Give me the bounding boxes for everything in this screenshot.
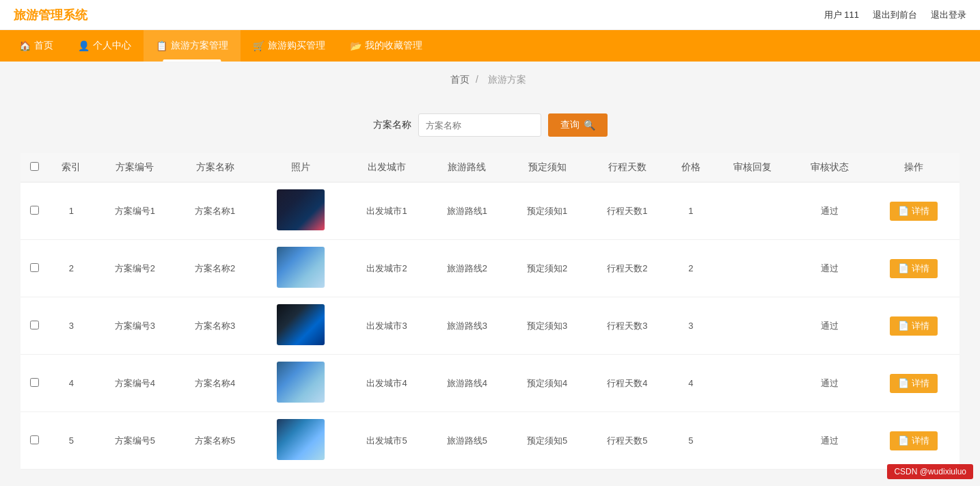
- row-price: 5: [668, 412, 715, 470]
- row-checkbox: [21, 240, 48, 297]
- search-label: 方案名称: [373, 119, 411, 131]
- row-select-checkbox[interactable]: [30, 321, 39, 329]
- row-name: 方案名称4: [175, 355, 255, 412]
- row-route: 旅游路线5: [427, 412, 507, 470]
- row-days: 行程天数4: [587, 355, 667, 412]
- row-action: 📄 详情: [868, 412, 959, 470]
- row-code: 方案编号1: [95, 183, 175, 240]
- detail-icon: 📄: [898, 321, 909, 331]
- nav-label-profile: 个人中心: [93, 40, 131, 52]
- row-checkbox: [21, 183, 48, 240]
- profile-icon: 👤: [78, 40, 90, 51]
- row-days: 行程天数1: [587, 183, 667, 240]
- row-index: 1: [48, 183, 95, 240]
- header-name: 方案名称: [175, 153, 255, 183]
- photo-image: [277, 247, 325, 288]
- breadcrumb-home[interactable]: 首页: [450, 74, 469, 85]
- row-action: 📄 详情: [868, 297, 959, 355]
- detail-button[interactable]: 📄 详情: [890, 316, 938, 336]
- breadcrumb: 首页 / 旅游方案: [0, 62, 980, 93]
- photo-image: [277, 362, 325, 403]
- detail-icon: 📄: [898, 263, 909, 273]
- detail-icon: 📄: [898, 435, 909, 446]
- row-checkbox: [21, 412, 48, 470]
- row-city: 出发城市1: [346, 183, 426, 240]
- row-notice: 预定须知2: [507, 240, 587, 297]
- detail-label: 详情: [912, 377, 929, 390]
- row-days: 行程天数3: [587, 297, 667, 355]
- detail-label: 详情: [912, 435, 929, 447]
- top-bar: 旅游管理系统 用户 111 退出到前台 退出登录: [0, 0, 980, 30]
- row-photo: [255, 297, 346, 355]
- row-photo: [255, 240, 346, 297]
- search-bar: 方案名称 查询 🔍: [21, 113, 959, 137]
- row-action: 📄 详情: [868, 355, 959, 412]
- row-select-checkbox[interactable]: [30, 263, 39, 272]
- table-body: 1 方案编号1 方案名称1 出发城市1 旅游路线1 预定须知1 行程天数1 1 …: [21, 183, 959, 470]
- row-notice: 预定须知1: [507, 183, 587, 240]
- header-code: 方案编号: [95, 153, 175, 183]
- detail-icon: 📄: [898, 378, 909, 388]
- row-select-checkbox[interactable]: [30, 206, 39, 215]
- home-icon: 🏠: [19, 40, 31, 51]
- detail-label: 详情: [912, 205, 929, 217]
- row-action: 📄 详情: [868, 183, 959, 240]
- nav-item-home[interactable]: 🏠 首页: [7, 30, 66, 62]
- row-select-checkbox[interactable]: [30, 378, 39, 387]
- photo-image: [277, 304, 325, 345]
- table-row: 2 方案编号2 方案名称2 出发城市2 旅游路线2 预定须知2 行程天数2 2 …: [21, 240, 959, 297]
- photo-image: [277, 419, 325, 460]
- detail-label: 详情: [912, 320, 929, 332]
- row-index: 4: [48, 355, 95, 412]
- header-index: 索引: [48, 153, 95, 183]
- nav-item-profile[interactable]: 👤 个人中心: [66, 30, 144, 62]
- detail-button[interactable]: 📄 详情: [890, 259, 938, 278]
- row-reply: [714, 240, 791, 297]
- row-name: 方案名称5: [175, 412, 255, 470]
- row-select-checkbox[interactable]: [30, 435, 39, 444]
- row-status: 通过: [791, 240, 867, 297]
- detail-label: 详情: [912, 262, 929, 275]
- row-notice: 预定须知5: [507, 412, 587, 470]
- detail-icon: 📄: [898, 206, 909, 216]
- row-index: 2: [48, 240, 95, 297]
- row-index: 3: [48, 297, 95, 355]
- nav-item-favorites[interactable]: 📂 我的收藏管理: [338, 30, 435, 62]
- nav-bar: 🏠 首页 👤 个人中心 📋 旅游方案管理 🛒 旅游购买管理 📂 我的收藏管理: [0, 30, 980, 62]
- row-route: 旅游路线1: [427, 183, 507, 240]
- row-notice: 预定须知3: [507, 297, 587, 355]
- nav-label-purchase: 旅游购买管理: [268, 40, 325, 52]
- nav-item-purchase[interactable]: 🛒 旅游购买管理: [241, 30, 338, 62]
- row-city: 出发城市3: [346, 297, 426, 355]
- nav-label-favorites: 我的收藏管理: [365, 40, 422, 52]
- site-logo: 旅游管理系统: [14, 7, 87, 23]
- row-route: 旅游路线3: [427, 297, 507, 355]
- search-input[interactable]: [418, 113, 541, 137]
- header-city: 出发城市: [346, 153, 426, 183]
- row-status: 通过: [791, 183, 867, 240]
- row-index: 5: [48, 412, 95, 470]
- header-photo: 照片: [255, 153, 346, 183]
- detail-button[interactable]: 📄 详情: [890, 431, 938, 450]
- row-status: 通过: [791, 412, 867, 470]
- breadcrumb-current: 旅游方案: [488, 74, 526, 85]
- watermark: CSDN @wudixiuluo: [887, 464, 973, 479]
- row-price: 3: [668, 297, 715, 355]
- search-btn-icon: 🔍: [584, 120, 595, 131]
- search-button[interactable]: 查询 🔍: [548, 113, 608, 137]
- favorites-icon: 📂: [350, 40, 362, 51]
- header-action: 操作: [868, 153, 959, 183]
- row-code: 方案编号5: [95, 412, 175, 470]
- row-price: 4: [668, 355, 715, 412]
- header-days: 行程天数: [587, 153, 667, 183]
- row-city: 出发城市2: [346, 240, 426, 297]
- nav-item-plan[interactable]: 📋 旅游方案管理: [144, 30, 241, 62]
- table-header: 索引 方案编号 方案名称 照片 出发城市 旅游路线 预定须知 行程天数 价格 审…: [21, 153, 959, 183]
- detail-button[interactable]: 📄 详情: [890, 374, 938, 393]
- logout-link[interactable]: 退出登录: [931, 9, 966, 21]
- back-admin-link[interactable]: 退出到前台: [873, 9, 917, 21]
- detail-button[interactable]: 📄 详情: [890, 202, 938, 221]
- table-row: 4 方案编号4 方案名称4 出发城市4 旅游路线4 预定须知4 行程天数4 4 …: [21, 355, 959, 412]
- main-content: 方案名称 查询 🔍 索引 方案编号 方案名称 照片 出发城市 旅游路线: [0, 93, 980, 486]
- select-all-checkbox[interactable]: [30, 162, 39, 171]
